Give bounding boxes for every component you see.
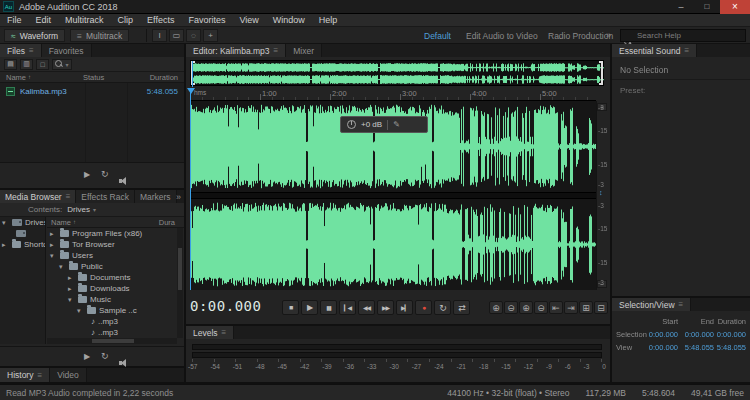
panel-menu-icon[interactable]: ≡ xyxy=(66,192,71,201)
lasso-selection-tool-button[interactable]: ◌ xyxy=(186,29,201,42)
scrollbar-thumb[interactable] xyxy=(92,339,134,343)
files-search-button[interactable]: ▾ xyxy=(52,59,72,70)
menu-favorites[interactable]: Favorites xyxy=(181,15,232,25)
menu-effects[interactable]: Effects xyxy=(140,15,181,25)
selection-end-value[interactable]: 0:00.000 xyxy=(680,330,714,339)
mb-col-name[interactable]: Name xyxy=(51,218,71,227)
menu-clip[interactable]: Clip xyxy=(111,15,141,25)
tree-item-mp3-1[interactable]: ♪..mp3 xyxy=(47,316,177,327)
view-start-value[interactable]: 0:00.000 xyxy=(634,343,678,352)
overview-range-handle-right[interactable] xyxy=(599,61,603,85)
tree-item-downloads[interactable]: ▸Downloads xyxy=(47,283,177,294)
stop-button[interactable]: ■ xyxy=(282,300,299,315)
panel-menu-icon[interactable]: ≡ xyxy=(37,371,42,380)
files-list[interactable]: Kalimba.mp3 5:48.055 xyxy=(0,83,184,162)
drive-tree-item-shortcuts[interactable]: ▸Shortcuts xyxy=(0,239,45,250)
marquee-selection-tool-button[interactable]: ▭ xyxy=(169,29,184,42)
tabs-overflow-icon[interactable]: » xyxy=(176,192,181,202)
edit-gain-icon[interactable]: ✎ xyxy=(393,120,400,129)
search-help-input[interactable] xyxy=(620,29,746,42)
panel-menu-icon[interactable]: ≡ xyxy=(274,46,279,55)
file-row-kalimba[interactable]: Kalimba.mp3 5:48.055 xyxy=(0,85,184,97)
menu-help[interactable]: Help xyxy=(312,15,345,25)
view-duration-value[interactable]: 5:48.055 xyxy=(712,343,746,352)
mb-col-duration[interactable]: Dura xyxy=(159,218,175,227)
files-col-status[interactable]: Status xyxy=(83,73,104,82)
selection-duration-value[interactable]: 0:00.000 xyxy=(712,330,746,339)
multitrack-view-button[interactable]: ≡ Multitrack xyxy=(70,29,129,42)
menu-edit[interactable]: Edit xyxy=(29,15,59,25)
caret-down-icon[interactable]: ▾ xyxy=(93,206,96,213)
zoom-out-amplitude-button[interactable]: ⊖ xyxy=(534,301,548,314)
tree-vertical-scrollbar[interactable] xyxy=(177,228,183,338)
panel-menu-icon[interactable]: ≡ xyxy=(222,328,227,337)
tab-mixer[interactable]: Mixer xyxy=(286,44,322,57)
tab-effects-rack[interactable]: Effects Rack xyxy=(76,190,135,203)
tab-editor[interactable]: Editor: Kalimba.mp3≡ xyxy=(186,44,286,57)
workspace-overflow-icon[interactable]: » xyxy=(606,30,611,40)
tree-expanded-icon[interactable]: ▾ xyxy=(50,252,57,260)
tree-expanded-icon[interactable]: ▾ xyxy=(77,307,84,315)
import-file-button[interactable]: ▤ xyxy=(4,59,17,70)
tree-collapsed-icon[interactable]: ▸ xyxy=(68,285,75,293)
zoom-in-amplitude-button[interactable]: ⊕ xyxy=(519,301,533,314)
zoom-to-out-point-button[interactable]: ⇥ xyxy=(564,301,578,314)
open-file-button[interactable]: ▥ xyxy=(20,59,33,70)
view-end-value[interactable]: 5:48.055 xyxy=(680,343,714,352)
tab-markers[interactable]: Markers xyxy=(135,190,177,203)
tab-media-browser[interactable]: Media Browser≡ xyxy=(0,190,76,203)
scrub-tool-button[interactable]: + xyxy=(203,29,218,42)
time-selection-tool-button[interactable]: I xyxy=(152,29,167,42)
tab-files[interactable]: Files≡ xyxy=(0,44,42,57)
preview-play-button[interactable]: ▶ xyxy=(84,170,90,179)
waveform-overview[interactable] xyxy=(190,60,604,86)
panel-menu-icon[interactable]: ≡ xyxy=(29,46,34,55)
panel-menu-icon[interactable]: ≡ xyxy=(679,300,684,309)
files-col-duration[interactable]: Duration xyxy=(150,73,178,82)
tree-horizontal-scrollbar[interactable] xyxy=(47,338,177,344)
close-button[interactable]: × xyxy=(720,0,750,14)
fast-forward-button[interactable]: ▶▶ xyxy=(377,300,394,315)
tree-item-documents[interactable]: ▸Documents xyxy=(47,272,177,283)
mb-volume-icon[interactable] xyxy=(119,359,130,367)
tree-expanded-icon[interactable]: ▾ xyxy=(59,263,66,271)
tab-levels[interactable]: Levels≡ xyxy=(186,326,234,339)
zoom-to-selection-button[interactable]: ⊞ xyxy=(579,301,593,314)
workspace-default[interactable]: Default xyxy=(424,31,451,41)
minimize-button[interactable]: – xyxy=(668,0,694,14)
workspace-radio-production[interactable]: Radio Production xyxy=(548,31,613,41)
tree-item-sample-music[interactable]: ▾Sample ..c xyxy=(47,305,177,316)
tree-collapsed-icon[interactable]: ▸ xyxy=(2,241,9,249)
contents-dropdown[interactable]: Drives xyxy=(67,205,90,214)
waveform-right-channel[interactable] xyxy=(190,199,596,290)
tree-item-public[interactable]: ▾Public xyxy=(47,261,177,272)
zoom-out-time-button[interactable]: ⊖ xyxy=(504,301,518,314)
zoom-to-in-point-button[interactable]: ⇤ xyxy=(549,301,563,314)
waveform-left-channel[interactable] xyxy=(190,101,596,192)
preview-volume-icon[interactable] xyxy=(119,177,130,185)
loop-playback-button[interactable]: ↻ xyxy=(434,300,451,315)
new-file-button[interactable]: □ xyxy=(36,59,49,70)
drive-tree-item-drives[interactable]: ▾Drives xyxy=(0,217,45,228)
gain-value[interactable]: +0 dB xyxy=(361,120,382,129)
skip-selection-button[interactable]: ⇄ xyxy=(453,300,470,315)
playhead-line[interactable] xyxy=(190,88,191,290)
move-previous-button[interactable]: ▎◀ xyxy=(339,300,356,315)
tab-history[interactable]: History≡ xyxy=(0,368,50,382)
zoom-full-button[interactable]: ⊟ xyxy=(594,301,608,314)
files-column-header[interactable]: Name ↑ Status Duration xyxy=(0,72,184,83)
record-button[interactable]: ● xyxy=(415,300,432,315)
tree-item-program-files[interactable]: ▸Program Files (x86) xyxy=(47,228,177,239)
pause-button[interactable]: ▮▮ xyxy=(320,300,337,315)
tree-item-music[interactable]: ▾Music xyxy=(47,294,177,305)
mb-loop-button[interactable]: ↻ xyxy=(101,351,109,361)
tree-collapsed-icon[interactable]: ▸ xyxy=(50,230,57,238)
menu-multitrack[interactable]: Multitrack xyxy=(58,15,111,25)
drive-tree-item-disk[interactable] xyxy=(0,228,45,239)
amplitude-scroll-icon[interactable]: ↕ xyxy=(599,189,603,196)
drive-tree[interactable]: ▾Drives ▸Shortcuts xyxy=(0,217,46,344)
tab-favorites[interactable]: Favorites xyxy=(42,44,92,57)
zoom-in-time-button[interactable]: ⊕ xyxy=(489,301,503,314)
rewind-button[interactable]: ◀◀ xyxy=(358,300,375,315)
mb-play-button[interactable]: ▶ xyxy=(84,352,90,361)
